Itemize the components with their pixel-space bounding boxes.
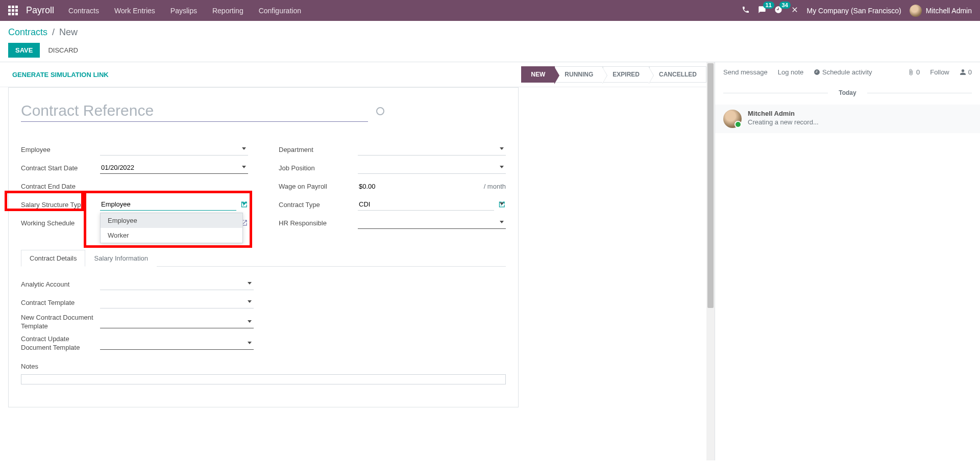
user-menu[interactable]: Mitchell Admin [910, 5, 972, 17]
salary-structure-type-input[interactable] [100, 198, 236, 211]
hr-responsible-input[interactable] [358, 217, 506, 229]
label-department: Department [279, 146, 358, 153]
label-update-contract-doc: Contract Update Document Template [21, 335, 100, 352]
follow-button[interactable]: Follow [930, 68, 949, 76]
contract-type-input[interactable] [358, 198, 494, 211]
label-wage: Wage on Payroll [279, 183, 358, 190]
nav-right: 11 34 My Company (San Francisco) Mitchel… [742, 5, 972, 17]
date-separator: Today [723, 89, 972, 96]
messages-badge: 11 [763, 2, 774, 9]
employee-input[interactable] [100, 143, 248, 156]
messages-icon[interactable]: 11 [758, 6, 766, 15]
nav-work-entries[interactable]: Work Entries [114, 7, 155, 15]
phone-icon[interactable] [742, 6, 750, 15]
job-position-input[interactable] [358, 162, 506, 174]
new-contract-doc-input[interactable] [100, 316, 254, 328]
label-notes: Notes [21, 363, 506, 370]
log-note-button[interactable]: Log note [778, 68, 804, 76]
attachments-button[interactable]: 0 [908, 68, 920, 76]
followers-button[interactable]: 0 [960, 68, 972, 76]
user-name: Mitchell Admin [926, 7, 972, 15]
nav-contracts[interactable]: Contracts [68, 7, 99, 15]
label-job-position: Job Position [279, 164, 358, 172]
message-avatar [723, 110, 742, 128]
analytic-account-input[interactable] [100, 278, 254, 290]
contract-reference-input[interactable] [21, 100, 368, 122]
avatar [910, 5, 922, 17]
breadcrumb: Contracts / New [8, 27, 972, 38]
tab-salary-information[interactable]: Salary Information [85, 250, 157, 267]
start-date-input[interactable] [100, 162, 248, 174]
message-author: Mitchell Admin [748, 110, 819, 117]
company-selector[interactable]: My Company (San Francisco) [807, 7, 901, 15]
schedule-activity-button[interactable]: Schedule activity [814, 68, 872, 76]
status-new[interactable]: NEW [521, 66, 555, 83]
kanban-state-icon[interactable] [376, 107, 384, 115]
tabs: Contract Details Salary Information [21, 249, 506, 267]
external-link-icon[interactable] [240, 200, 248, 209]
label-new-contract-doc: New Contract Document Template [21, 314, 100, 331]
label-end-date: Contract End Date [21, 183, 100, 190]
nav-reporting[interactable]: Reporting [212, 7, 243, 15]
activities-icon[interactable]: 34 [774, 6, 782, 15]
status-expired[interactable]: EXPIRED [603, 66, 649, 83]
generate-simulation-link-button[interactable]: GENERATE SIMULATION LINK [8, 69, 113, 81]
label-contract-template: Contract Template [21, 299, 100, 306]
nav-menu: Contracts Work Entries Payslips Reportin… [68, 7, 742, 15]
label-working-schedule: Working Schedule [21, 219, 100, 227]
form-area: GENERATE SIMULATION LINK NEW RUNNING EXP… [0, 62, 715, 460]
chatter: Send message Log note Schedule activity … [715, 62, 980, 460]
app-name[interactable]: Payroll [26, 5, 54, 16]
label-employee: Employee [21, 146, 100, 153]
discard-button[interactable]: DISCARD [44, 43, 82, 58]
status-cancelled[interactable]: CANCELLED [649, 66, 706, 83]
wage-input[interactable] [358, 181, 480, 192]
label-analytic-account: Analytic Account [21, 280, 100, 288]
nav-configuration[interactable]: Configuration [259, 7, 301, 15]
status-running[interactable]: RUNNING [555, 66, 603, 83]
activities-badge: 34 [779, 2, 791, 9]
send-message-button[interactable]: Send message [723, 68, 768, 76]
statusbar: NEW RUNNING EXPIRED CANCELLED [521, 66, 706, 83]
dropdown-option-worker[interactable]: Worker [101, 228, 242, 243]
top-nav: Payroll Contracts Work Entries Payslips … [0, 0, 980, 21]
breadcrumb-current: New [59, 27, 78, 37]
control-panel: Contracts / New SAVE DISCARD [0, 21, 980, 62]
close-tray-icon[interactable] [791, 6, 799, 15]
save-button[interactable]: SAVE [8, 43, 40, 58]
breadcrumb-root[interactable]: Contracts [8, 27, 47, 37]
nav-payslips[interactable]: Payslips [170, 7, 197, 15]
message-body: Creating a new record... [748, 118, 819, 126]
external-link-icon[interactable] [498, 200, 506, 209]
label-contract-type: Contract Type [279, 201, 358, 209]
dropdown-option-employee[interactable]: Employee [101, 213, 242, 228]
label-hr-responsible: HR Responsible [279, 219, 358, 227]
scrollbar[interactable] [706, 62, 715, 460]
apps-icon[interactable] [8, 6, 18, 15]
department-input[interactable] [358, 143, 506, 156]
wage-unit: / month [484, 183, 506, 190]
tab-content: Analytic Account Contract Template New C… [21, 267, 506, 395]
message: Mitchell Admin Creating a new record... [715, 105, 980, 133]
update-contract-doc-input[interactable] [100, 338, 254, 350]
tab-contract-details[interactable]: Contract Details [21, 250, 85, 267]
form-sheet: Employee Contract Start Date Contract En… [8, 87, 519, 407]
notes-input[interactable] [21, 374, 506, 384]
label-structure-type: Salary Structure Type [21, 201, 100, 209]
label-start-date: Contract Start Date [21, 164, 100, 172]
contract-template-input[interactable] [100, 296, 254, 308]
structure-dropdown: Employee Worker [100, 213, 243, 243]
